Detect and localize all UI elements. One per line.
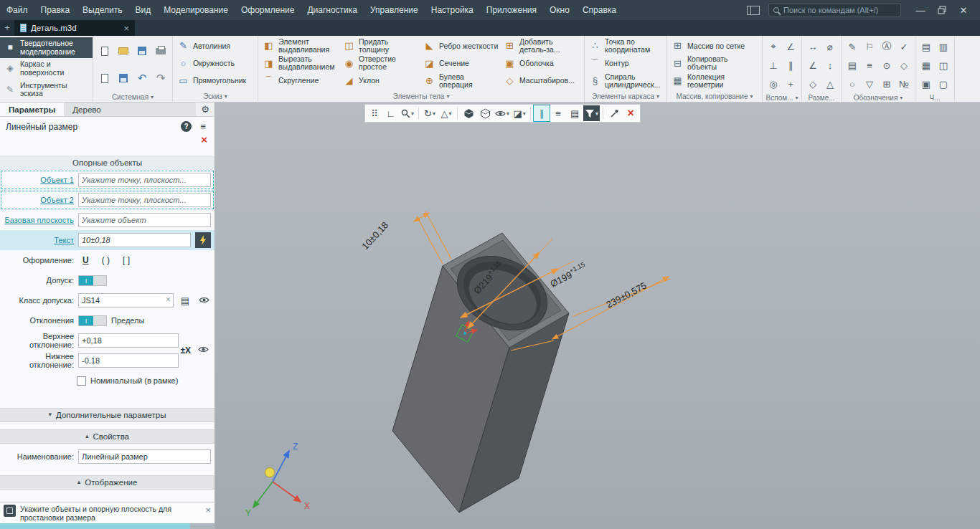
ribbon-nav-solid-modeling[interactable]: ■ Твердотельное моделирование (0, 37, 93, 58)
ribbon-icon-button[interactable]: ▥ (935, 37, 952, 56)
ribbon-icon-button[interactable]: ⊥ (765, 56, 782, 75)
ribbon-icon-button[interactable]: ▦ (918, 56, 935, 75)
shaded-display-button[interactable] (461, 105, 476, 121)
abort-command-button[interactable]: × (623, 105, 639, 121)
symmetric-deviation-icon[interactable]: ±X (180, 345, 191, 356)
ribbon-tool-button[interactable]: ▦ Коллекция геометрии (669, 72, 760, 90)
deviations-toggle[interactable]: I (78, 315, 107, 326)
group-caption-dims[interactable]: Разме... (802, 95, 841, 102)
ribbon-nav-surfaces[interactable]: ◈ Каркас и поверхности (0, 58, 93, 79)
ribbon-icon-button[interactable]: △ (821, 75, 839, 93)
menu-item[interactable]: Правка (34, 0, 77, 20)
group-caption-misc[interactable]: Ч... (915, 95, 954, 102)
section-view-button[interactable]: ◪ ▾ (512, 105, 527, 121)
cancel-command-icon[interactable]: × (201, 134, 207, 147)
menu-item[interactable]: Настройка (425, 0, 480, 20)
ribbon-tool-button[interactable]: ◇ Масштабиров... (501, 72, 582, 90)
ribbon-tool-button[interactable]: ◧ Элемент выдавливания (260, 37, 341, 54)
ribbon-tool-button[interactable]: § Спираль цилиндрическ... (587, 72, 664, 90)
preview-button[interactable] (95, 65, 114, 92)
menu-item[interactable]: Вид (128, 0, 157, 20)
new-tab-button[interactable]: + (0, 20, 14, 36)
ribbon-icon-button[interactable]: ⊞ (878, 75, 895, 93)
ribbon-icon-button[interactable]: ∥ (782, 56, 799, 75)
restore-button[interactable] (931, 0, 953, 20)
base-plane-link[interactable]: Базовая плоскость (4, 216, 74, 224)
tolerance-class-input[interactable] (78, 293, 174, 308)
save-button[interactable] (133, 37, 151, 65)
tolerance-visibility-icon[interactable] (197, 295, 211, 306)
auto-text-button[interactable] (195, 232, 211, 248)
group-caption-body[interactable]: Элементы тела ▾ (258, 91, 584, 102)
lower-deviation-input[interactable] (78, 353, 179, 368)
ribbon-nav-sketch-tools[interactable]: ✎ Инструменты эскиза (0, 80, 93, 100)
document-tab[interactable]: Деталь.m3d × (14, 20, 135, 36)
redo-button[interactable]: ↷ (151, 65, 170, 92)
snap-mode-button[interactable]: ∥ (534, 105, 550, 121)
ribbon-icon-button[interactable]: ◫ (935, 56, 952, 75)
ribbon-tool-button[interactable]: ◢ Уклон (341, 72, 421, 90)
group-caption-frame[interactable]: Элементы каркаса ▾ (585, 91, 666, 102)
ribbon-icon-button[interactable]: ↔ (804, 37, 821, 56)
group-caption-notes[interactable]: Обозначения ▾ (842, 95, 915, 102)
orientation-button[interactable]: ↻ ▾ (422, 105, 438, 121)
command-search[interactable] (768, 3, 901, 17)
ribbon-tool-button[interactable]: ⌒ Скругление (260, 72, 341, 90)
save-as-button[interactable] (114, 65, 133, 92)
object2-input[interactable] (78, 193, 211, 207)
ribbon-icon-button[interactable]: ≡ (861, 56, 878, 75)
close-button[interactable]: ✕ (953, 0, 974, 20)
menu-item[interactable]: Оформление (235, 0, 301, 20)
ribbon-icon-button[interactable]: ▤ (844, 56, 861, 75)
ribbon-icon-button[interactable]: ▽ (861, 75, 878, 93)
ribbon-icon-button[interactable]: ▢ (935, 75, 952, 93)
ribbon-tool-button[interactable]: ✎ Автолиния (175, 37, 255, 54)
panels-layout-icon[interactable] (747, 6, 760, 15)
brackets-style-button[interactable]: [ ] (118, 255, 134, 265)
object2-link[interactable]: Объект 2 (40, 196, 74, 204)
layers-button[interactable]: ≡ (550, 105, 566, 121)
dimension-wall-10[interactable]: 10±0,18 (359, 211, 451, 264)
ribbon-tool-button[interactable]: ▭ Прямоугольник (175, 72, 255, 90)
undo-button[interactable]: ↶ (133, 65, 151, 92)
3d-viewport[interactable]: ⠿ ∟ ▾ ↻ ▾ △ ▾ ▾ (215, 103, 980, 529)
group-caption-system[interactable]: Системная ▾ (93, 93, 172, 102)
deviation-visibility-icon[interactable] (198, 345, 209, 356)
menu-item[interactable]: Выделить (76, 0, 128, 20)
tab-close-icon[interactable]: × (123, 23, 129, 34)
ribbon-icon-button[interactable]: ✓ (895, 37, 913, 56)
sheet-button[interactable]: ▤ (567, 105, 583, 121)
name-input[interactable] (78, 449, 211, 464)
group-caption-sketch[interactable]: Эскиз ▾ (173, 91, 258, 102)
ribbon-icon-button[interactable]: ◇ (895, 56, 913, 75)
ribbon-icon-button[interactable]: ∠ (804, 56, 821, 75)
open-document-button[interactable] (114, 37, 133, 65)
model-body[interactable] (392, 233, 569, 513)
parentheses-style-button[interactable]: ( ) (98, 255, 114, 265)
ribbon-icon-button[interactable]: Ⓐ (878, 37, 895, 56)
ribbon-tool-button[interactable]: ▣ Оболочка (501, 54, 582, 72)
tree-structure-icon[interactable]: ≡ (197, 121, 209, 132)
ribbon-tool-button[interactable]: ⌒ Контур (587, 54, 664, 72)
dimension-text-input[interactable] (78, 233, 191, 247)
visibility-button[interactable]: ▾ (494, 105, 511, 121)
eyedropper-button[interactable] (606, 105, 622, 121)
base-plane-input[interactable] (78, 213, 211, 227)
model-scene[interactable]: Ø219+1,15 Ø199+1,15 10±0,18 (215, 103, 980, 529)
local-csys-button[interactable]: ∟ (383, 105, 399, 121)
ribbon-icon-button[interactable]: ⊙ (878, 56, 895, 75)
new-document-button[interactable] (95, 37, 114, 65)
menu-item[interactable]: Окно (543, 0, 576, 20)
ribbon-icon-button[interactable]: ✎ (844, 37, 861, 56)
ribbon-icon-button[interactable]: № (895, 75, 913, 93)
group-caption-aux[interactable]: Вспом... ▾ (763, 95, 801, 102)
minimize-button[interactable]: — (910, 0, 931, 20)
grid-toggle-button[interactable]: ⠿ (367, 105, 382, 121)
text-link[interactable]: Текст (54, 236, 74, 244)
tolerance-toggle[interactable]: I (78, 275, 107, 286)
ribbon-icon-button[interactable]: ◇ (804, 75, 821, 93)
wireframe-display-button[interactable] (477, 105, 493, 121)
ribbon-icon-button[interactable]: ⚐ (861, 37, 878, 56)
menu-item[interactable]: Диагностика (301, 0, 364, 20)
normal-to-button[interactable]: △ ▾ (438, 105, 454, 121)
